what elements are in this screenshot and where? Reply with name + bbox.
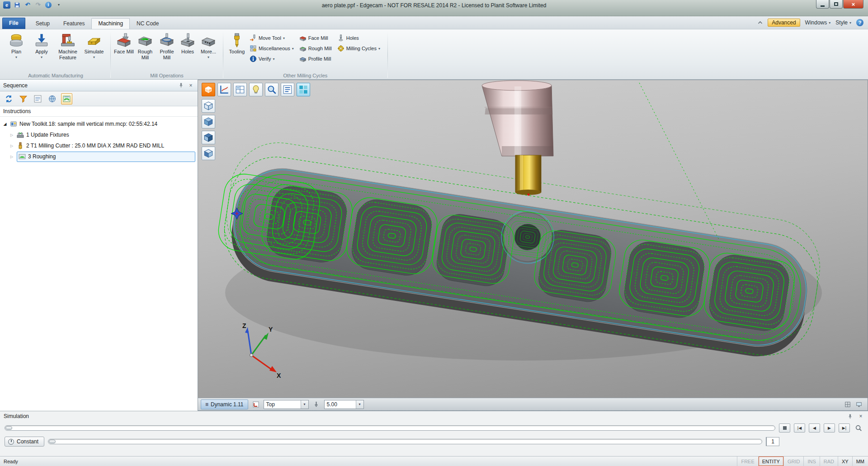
verify-button[interactable]: Verify ▾ — [248, 54, 296, 63]
cutting-tool — [482, 81, 553, 196]
filter-icon[interactable] — [18, 93, 29, 105]
simulation-progress-slider[interactable] — [5, 425, 775, 431]
simulate-button[interactable]: Simulate ▾ — [81, 31, 107, 59]
holes-button[interactable]: Holes — [178, 31, 198, 55]
flag-rad[interactable]: RAD — [820, 456, 838, 466]
last-frame-button[interactable]: ▶| — [839, 423, 850, 433]
style-menu[interactable]: Style▾ — [835, 19, 851, 26]
face-mill-button[interactable]: Face Mill — [113, 31, 134, 55]
apply-button[interactable]: Apply ▾ — [29, 31, 54, 59]
tab-setup[interactable]: Setup — [29, 18, 57, 29]
depth-select[interactable]: 5.00 ▾ — [324, 400, 364, 409]
view-cube-4-icon[interactable] — [202, 147, 215, 160]
close-panel-icon[interactable]: × — [187, 82, 194, 89]
milling-cycles-button[interactable]: Milling Cycles ▾ — [335, 44, 382, 53]
flag-mm[interactable]: MM — [852, 456, 868, 466]
pin-icon[interactable] — [846, 413, 854, 420]
flag-ins[interactable]: INS — [803, 456, 819, 466]
zoom-icon[interactable] — [265, 83, 278, 96]
step-forward-button[interactable]: ▶ — [824, 423, 835, 433]
maximize-button[interactable] — [830, 0, 843, 9]
view-cube-2-icon[interactable] — [202, 115, 215, 128]
collapsed-arrow-icon[interactable]: ▷ — [9, 155, 14, 159]
tab-features[interactable]: Features — [57, 18, 91, 29]
plan-button[interactable]: Plan ▾ — [4, 31, 29, 59]
close-button[interactable]: × — [843, 0, 863, 9]
miscellaneous-button[interactable]: Miscellaneous ▾ — [248, 44, 296, 53]
dynamic-view-icon[interactable] — [217, 83, 231, 96]
tree-item-update-fixtures[interactable]: ▷ 1 Update Fixtures — [2, 129, 195, 140]
save-icon[interactable] — [13, 1, 21, 9]
render-mode-icon[interactable] — [249, 83, 263, 96]
cplane-icon[interactable] — [252, 400, 260, 409]
collapsed-arrow-icon[interactable]: ▷ — [9, 144, 14, 148]
simulation-speed-slider[interactable] — [48, 439, 762, 444]
customize-quick-access-icon[interactable]: ▾ — [55, 1, 63, 9]
tab-nc-code[interactable]: NC Code — [130, 18, 165, 29]
viewport-layout-icon[interactable] — [233, 83, 247, 96]
flag-grid[interactable]: GRID — [783, 456, 804, 466]
help-icon[interactable]: ? — [856, 19, 863, 26]
first-frame-button[interactable]: |◀ — [794, 423, 805, 433]
flag-xy[interactable]: XY — [838, 456, 852, 466]
close-panel-icon[interactable]: × — [857, 413, 864, 420]
view-mode-chip[interactable]: ≡ Dynamic 1.11 — [201, 399, 248, 409]
tab-file[interactable]: File — [2, 18, 25, 29]
loop-count-field[interactable]: 1 — [766, 437, 779, 446]
toolpath-display-icon[interactable] — [61, 93, 72, 105]
view-select[interactable]: Top ▾ — [264, 400, 309, 409]
chevron-down-icon[interactable]: ▾ — [356, 400, 363, 409]
collapse-ribbon-icon[interactable] — [758, 19, 763, 26]
world-icon[interactable] — [47, 93, 58, 105]
grid-display-icon[interactable] — [844, 400, 852, 409]
constant-speed-button[interactable]: Constant — [5, 437, 44, 447]
stop-button[interactable] — [779, 423, 790, 433]
advanced-mode-toggle[interactable]: Advanced — [768, 19, 800, 27]
view-cube-1-icon[interactable] — [202, 99, 215, 113]
chevron-down-icon: ▾ — [378, 47, 380, 51]
face-mill-cycle-button[interactable]: Face Mill — [297, 33, 334, 43]
sequence-list-icon[interactable] — [32, 93, 43, 105]
step-back-button[interactable]: ◀ — [809, 423, 820, 433]
about-icon[interactable]: i — [44, 1, 52, 9]
flag-free[interactable]: FREE — [737, 456, 758, 466]
chevron-down-icon: ▾ — [273, 57, 275, 61]
slider-thumb[interactable] — [5, 426, 12, 430]
tree-item-milling-cutter[interactable]: ▷ 2 T1 Milling Cutter : 25.0 MM DIA X 2M… — [2, 140, 195, 151]
redo-icon[interactable]: ↷ — [34, 1, 42, 9]
expanded-arrow-icon[interactable]: ◢ — [2, 122, 8, 126]
zoom-simulation-icon[interactable] — [854, 423, 863, 433]
rough-mill-button[interactable]: Rough Mill — [134, 31, 156, 60]
rough-mill-cycle-button[interactable]: Rough Mill — [297, 44, 334, 53]
sync-icon[interactable] — [3, 93, 14, 105]
undo-icon[interactable]: ↶ — [24, 1, 32, 9]
profile-mill-button[interactable]: Profile Mill — [156, 31, 178, 60]
pin-icon[interactable] — [177, 82, 184, 89]
flag-entity[interactable]: ENTITY — [758, 456, 783, 466]
view-cube-3-icon[interactable] — [202, 131, 215, 144]
collapsed-arrow-icon[interactable]: ▷ — [9, 133, 14, 137]
tab-machining[interactable]: Machining — [91, 18, 130, 29]
machine-feature-button[interactable]: Machine Feature — [54, 31, 81, 60]
selected-item-box[interactable]: 3 Roughing — [17, 152, 195, 162]
select-cube-icon[interactable] — [202, 83, 215, 96]
rough-mill-icon — [137, 33, 153, 48]
tree-root-row[interactable]: ◢ New Toolkit.18: sample mill vertical m… — [2, 119, 195, 129]
holes-cycle-button[interactable]: Holes — [335, 33, 382, 43]
tree-item-roughing[interactable]: ▷ 3 Roughing — [2, 151, 195, 162]
windows-menu[interactable]: Windows▾ — [805, 19, 831, 26]
view-list-icon[interactable] — [281, 83, 294, 96]
slider-thumb[interactable] — [49, 440, 56, 443]
fixtures-icon — [17, 131, 24, 138]
viewport-3d-scene[interactable]: Z Y X — [198, 80, 868, 399]
move-tool-button[interactable]: Move Tool ▾ — [248, 33, 296, 43]
tooling-button[interactable]: Tooling — [226, 31, 248, 55]
edgecam-app-icon[interactable]: e — [3, 1, 11, 9]
minimize-button[interactable] — [816, 0, 829, 9]
screen-icon[interactable] — [855, 400, 863, 409]
profile-mill-cycle-button[interactable]: Profile Mill — [297, 54, 334, 63]
depth-select-value: 5.00 — [325, 401, 356, 408]
chevron-down-icon[interactable]: ▾ — [301, 400, 308, 409]
display-options-icon[interactable] — [297, 83, 310, 96]
more-button[interactable]: More... ▾ — [198, 31, 219, 59]
